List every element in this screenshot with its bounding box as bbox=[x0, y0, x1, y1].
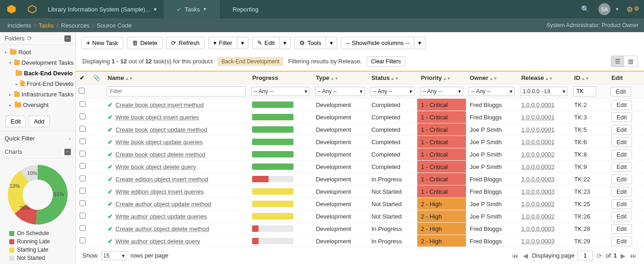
subnav-tasks[interactable]: Tasks bbox=[37, 22, 56, 29]
tools-button[interactable]: ⚙Tools ▾ bbox=[294, 37, 337, 49]
task-name-link[interactable]: Create book object delete method bbox=[115, 151, 205, 158]
task-name-link[interactable]: Create book object update method bbox=[115, 126, 207, 133]
folder-add-button[interactable]: Add bbox=[29, 116, 49, 127]
task-name-link[interactable]: Create edition object insert method bbox=[115, 176, 208, 183]
release-link[interactable]: 1.0.0.0.0003 bbox=[521, 188, 554, 195]
col-name[interactable]: Name▲▼ bbox=[104, 71, 248, 84]
tree-root[interactable]: ▾ Root bbox=[0, 47, 75, 57]
task-name-link[interactable]: Create author object delete method bbox=[115, 225, 209, 232]
tree-oversight[interactable]: ▸ Oversight bbox=[0, 100, 75, 110]
task-name-link[interactable]: Create book object insert method bbox=[115, 101, 204, 108]
filter-edit-button[interactable]: Edit bbox=[610, 87, 631, 96]
board-view-icon[interactable]: ▥ bbox=[624, 56, 637, 67]
release-link[interactable]: 1.0.0.0.0003 bbox=[521, 238, 554, 245]
task-name-link[interactable]: Write edition object insert queries bbox=[115, 188, 204, 195]
priority-filter[interactable]: -- Any --▾ bbox=[420, 87, 463, 96]
status-filter[interactable]: -- Any --▾ bbox=[370, 87, 414, 96]
release-link[interactable]: 1.0.0.0.0001 bbox=[521, 114, 554, 121]
release-link[interactable]: 1.0.0.0.0002 bbox=[521, 151, 554, 158]
row-edit-button[interactable]: Edit bbox=[611, 150, 632, 159]
chevron-down-icon[interactable]: ▾ bbox=[280, 37, 291, 49]
secondary-logo-icon[interactable] bbox=[23, 4, 41, 14]
type-filter[interactable]: -- Any --▾ bbox=[315, 87, 365, 96]
release-filter[interactable]: 1.0.0.0 - Lit▾ bbox=[520, 87, 568, 96]
new-task-button[interactable]: +New Task bbox=[81, 37, 123, 49]
delete-button[interactable]: 🗑Delete bbox=[127, 37, 163, 49]
row-checkbox[interactable] bbox=[80, 101, 86, 107]
collapse-icon[interactable]: − bbox=[64, 35, 71, 42]
chevron-down-icon[interactable]: ▾ bbox=[326, 37, 337, 49]
row-edit-button[interactable]: Edit bbox=[611, 125, 632, 135]
project-selector[interactable]: Library Information System (Sample)... ▼ bbox=[41, 0, 164, 18]
subnav-source-code[interactable]: Source Code bbox=[95, 22, 133, 29]
name-filter-input[interactable] bbox=[107, 86, 246, 96]
quick-filter-panel[interactable]: Quick Filter › bbox=[0, 131, 75, 146]
rows-per-page-select[interactable]: 15▾ bbox=[101, 251, 127, 260]
col-type[interactable]: Type▲▼ bbox=[312, 71, 368, 84]
chevron-down-icon[interactable]: ▾ bbox=[414, 37, 426, 49]
search-button[interactable]: 🔍 bbox=[574, 0, 597, 18]
col-release[interactable]: Release▲▼ bbox=[518, 71, 570, 84]
tree-backend[interactable]: Back-End Develo bbox=[0, 68, 75, 79]
id-filter-input[interactable] bbox=[573, 86, 596, 96]
settings-gears[interactable]: ⚙ ⚙ bbox=[622, 5, 644, 14]
progress-filter[interactable]: -- Any --▾ bbox=[251, 87, 309, 96]
select-all-checkbox[interactable]: ✔ bbox=[76, 71, 89, 84]
owner-filter[interactable]: -- Any --▾ bbox=[469, 87, 515, 96]
col-status[interactable]: Status▲▼ bbox=[368, 71, 417, 84]
row-checkbox[interactable] bbox=[80, 113, 86, 119]
release-link[interactable]: 1.0.0.0.0001 bbox=[521, 101, 554, 108]
prev-page-icon[interactable]: ◀ bbox=[522, 252, 529, 259]
row-checkbox[interactable] bbox=[80, 225, 86, 231]
row-edit-button[interactable]: Edit bbox=[611, 236, 632, 246]
row-edit-button[interactable]: Edit bbox=[611, 137, 632, 147]
tree-dev-tasks[interactable]: ▾ Development Tasks bbox=[0, 57, 75, 68]
release-link[interactable]: 1.0.0.0.0002 bbox=[521, 163, 554, 170]
next-page-icon[interactable]: ▶ bbox=[620, 252, 627, 259]
clear-filters-button[interactable]: Clear Filters bbox=[367, 56, 406, 67]
tree-frontend[interactable]: ▸ Front-End Develo bbox=[0, 79, 75, 89]
collapse-icon[interactable]: − bbox=[64, 149, 71, 155]
row-checkbox[interactable] bbox=[80, 175, 86, 181]
user-avatar[interactable]: SA bbox=[598, 3, 610, 15]
subnav-incidents[interactable]: Incidents bbox=[6, 22, 33, 29]
row-checkbox[interactable] bbox=[80, 151, 86, 157]
row-edit-button[interactable]: Edit bbox=[611, 162, 632, 172]
edit-button[interactable]: ✎Edit ▾ bbox=[252, 37, 291, 49]
release-link[interactable]: 1.0.0.0.0003 bbox=[521, 225, 554, 232]
showhide-columns[interactable]: -- Show/hide columns -- ▾ bbox=[341, 37, 425, 49]
row-edit-button[interactable]: Edit bbox=[611, 112, 632, 122]
task-name-link[interactable]: Write book object delete query bbox=[115, 163, 196, 170]
page-input[interactable] bbox=[577, 251, 593, 260]
col-id[interactable]: ID▲▼ bbox=[570, 71, 608, 84]
task-name-link[interactable]: Write author object update queries bbox=[115, 213, 207, 220]
nav-reporting[interactable]: Reporting bbox=[220, 0, 271, 18]
task-name-link[interactable]: Write book object update queries bbox=[115, 139, 203, 146]
refresh-button[interactable]: ⟳Refresh bbox=[166, 37, 205, 49]
row-checkbox[interactable] bbox=[80, 188, 86, 194]
row-edit-button[interactable]: Edit bbox=[611, 187, 632, 197]
row-checkbox[interactable] bbox=[80, 163, 86, 169]
row-edit-button[interactable]: Edit bbox=[611, 224, 632, 234]
subnav-resources[interactable]: Resources bbox=[59, 22, 92, 29]
col-progress[interactable]: Progress bbox=[248, 71, 312, 84]
last-page-icon[interactable]: ⏭ bbox=[629, 252, 638, 259]
filter-checkbox[interactable] bbox=[79, 88, 85, 94]
task-name-link[interactable]: Create author object update method bbox=[115, 201, 211, 208]
col-priority[interactable]: Priority▲▼ bbox=[417, 71, 466, 84]
row-edit-button[interactable]: Edit bbox=[611, 212, 632, 221]
col-owner[interactable]: Owner▲▼ bbox=[466, 71, 518, 84]
task-name-link[interactable]: Write author object delete query bbox=[115, 238, 200, 245]
row-checkbox[interactable] bbox=[80, 200, 86, 206]
row-edit-button[interactable]: Edit bbox=[611, 199, 632, 209]
row-checkbox[interactable] bbox=[80, 138, 86, 144]
chevron-down-icon[interactable]: ▾ bbox=[237, 37, 248, 49]
nav-tasks[interactable]: ✔ Tasks ▼ bbox=[164, 0, 219, 18]
refresh-page-icon[interactable]: ⟳ bbox=[596, 252, 603, 259]
tree-infra[interactable]: ▸ Infrastructure Tasks bbox=[0, 89, 75, 100]
row-edit-button[interactable]: Edit bbox=[611, 174, 632, 184]
release-link[interactable]: 1.0.0.0.0001 bbox=[521, 126, 554, 133]
release-link[interactable]: 1.0.0.0.0002 bbox=[521, 213, 554, 220]
row-checkbox[interactable] bbox=[80, 237, 86, 243]
row-edit-button[interactable]: Edit bbox=[611, 100, 632, 110]
